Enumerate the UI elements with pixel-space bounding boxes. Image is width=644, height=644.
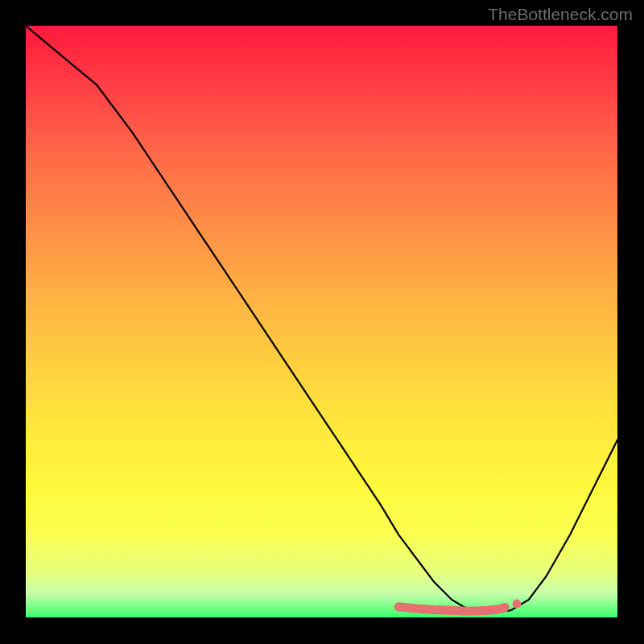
curve-path [26,26,617,612]
optimal-highlight [398,607,505,611]
watermark-text: TheBottleneck.com [488,5,633,24]
bottleneck-curve [26,26,617,617]
chart-plot-area [26,26,617,617]
optimal-dot [513,600,522,609]
